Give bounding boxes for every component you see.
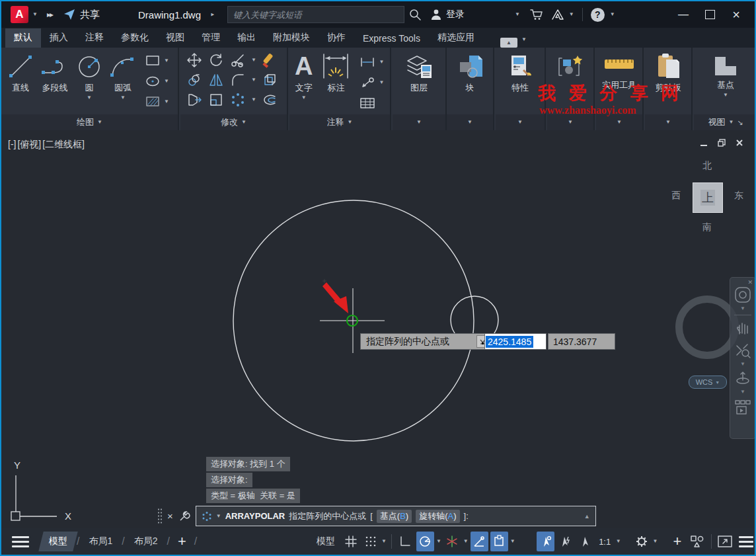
tab-model[interactable]: 模型 bbox=[38, 532, 77, 551]
tab-view[interactable]: 视图 bbox=[157, 28, 193, 48]
new-layout-button[interactable]: + bbox=[171, 535, 193, 548]
offset-button[interactable] bbox=[261, 92, 278, 108]
viewcube-south[interactable]: 南 bbox=[702, 221, 712, 233]
arc-flyout-icon[interactable]: ▼ bbox=[120, 95, 126, 100]
array-flyout-icon[interactable]: ▼ bbox=[251, 97, 256, 102]
zoom-caret-icon[interactable]: ▼ bbox=[740, 362, 745, 367]
ribbon-collapse-button[interactable]: ▲ bbox=[500, 38, 517, 48]
grid-display-button[interactable] bbox=[342, 532, 359, 551]
ribbon-collapse-caret-icon[interactable]: ▼ bbox=[521, 37, 527, 42]
cmdline-close-icon[interactable]: × bbox=[167, 510, 173, 522]
nav-wheel-caret-icon[interactable]: ▼ bbox=[740, 306, 745, 311]
table-button[interactable] bbox=[359, 95, 376, 111]
viewcube-east[interactable]: 东 bbox=[734, 190, 743, 202]
doc-close-icon[interactable] bbox=[735, 138, 744, 147]
osnap-caret-icon[interactable]: ▼ bbox=[510, 539, 515, 544]
base-button[interactable]: 基点 ▼ bbox=[694, 54, 756, 98]
viewport-control[interactable]: [-] bbox=[8, 139, 16, 151]
panel-title-clipboard[interactable]: ▼ bbox=[645, 114, 691, 130]
group-button[interactable] bbox=[547, 53, 593, 81]
viewport-view-control[interactable]: [俯视] bbox=[17, 139, 41, 151]
orbit-icon[interactable] bbox=[734, 370, 751, 387]
object-snap-button[interactable] bbox=[490, 532, 508, 551]
layout-menu-icon[interactable] bbox=[12, 536, 29, 547]
tab-default[interactable]: 默认 bbox=[5, 28, 41, 48]
array-button[interactable] bbox=[229, 92, 246, 108]
panel-launcher-icon[interactable]: ↘ bbox=[737, 118, 743, 127]
showmotion-icon[interactable] bbox=[734, 399, 752, 416]
tab-express-tools[interactable]: Express Tools bbox=[354, 30, 429, 48]
cmdline-tools-icon[interactable] bbox=[178, 510, 190, 522]
annotation-autoscale-button[interactable] bbox=[556, 532, 574, 551]
polar-caret-icon[interactable]: ▼ bbox=[436, 539, 441, 544]
viewcube-top-face[interactable]: 上 bbox=[693, 182, 723, 213]
dynamic-input-y-field[interactable]: 1437.3677 bbox=[548, 333, 615, 350]
dimension-button[interactable]: 标注 bbox=[319, 52, 352, 111]
annotation-scale-button[interactable] bbox=[576, 532, 594, 551]
mirror-button[interactable] bbox=[208, 72, 225, 88]
scale-caret-icon[interactable]: ▼ bbox=[616, 539, 621, 544]
dim-linear-flyout-icon[interactable]: ▼ bbox=[379, 60, 384, 65]
autodesk-caret-icon[interactable]: ▼ bbox=[569, 12, 574, 17]
option-basepoint[interactable]: 基点(B) bbox=[377, 510, 412, 523]
viewcube-north[interactable]: 北 bbox=[702, 160, 712, 172]
hatch-flyout-icon[interactable]: ▼ bbox=[164, 99, 169, 104]
snap-mode-button[interactable] bbox=[361, 532, 379, 551]
maximize-button[interactable] bbox=[697, 5, 723, 24]
panel-title-draw[interactable]: 绘图▼ bbox=[1, 114, 178, 130]
line-button[interactable]: 直线 bbox=[7, 53, 34, 110]
tab-insert[interactable]: 插入 bbox=[41, 28, 77, 48]
search-icon[interactable] bbox=[408, 8, 422, 21]
isodraft-caret-icon[interactable]: ▼ bbox=[463, 539, 469, 544]
user-icon[interactable] bbox=[430, 8, 443, 21]
arc-button[interactable]: 圆弧 ▼ bbox=[108, 53, 137, 110]
orbit-caret-icon[interactable]: ▼ bbox=[740, 389, 745, 395]
cmd-recent-caret-icon[interactable]: ▼ bbox=[216, 514, 221, 519]
customization-menu-icon[interactable] bbox=[739, 536, 753, 547]
scale-button[interactable] bbox=[208, 92, 225, 108]
leader-button[interactable] bbox=[359, 75, 376, 91]
signin-button[interactable]: 登录 bbox=[446, 9, 465, 20]
model-space-button[interactable]: 模型 bbox=[312, 532, 340, 551]
autodesk-logo-icon[interactable] bbox=[550, 8, 565, 21]
minimize-button[interactable]: — bbox=[670, 5, 697, 24]
workspace-caret-icon[interactable]: ▼ bbox=[653, 539, 658, 544]
erase-button[interactable] bbox=[261, 52, 278, 68]
help-icon[interactable]: ? bbox=[591, 8, 605, 22]
viewport-visualstyle-control[interactable]: [二维线框] bbox=[42, 139, 85, 151]
annotation-visibility-button[interactable] bbox=[537, 532, 554, 551]
trim-flyout-icon[interactable]: ▼ bbox=[251, 58, 256, 63]
fillet-button[interactable] bbox=[229, 72, 246, 88]
title-caret-icon[interactable]: ▼ bbox=[210, 12, 215, 17]
share-icon[interactable] bbox=[63, 8, 76, 21]
leader-flyout-icon[interactable]: ▼ bbox=[379, 80, 384, 85]
object-snap-tracking-button[interactable] bbox=[471, 532, 488, 551]
help-caret-icon[interactable]: ▼ bbox=[610, 12, 615, 17]
tab-parametric[interactable]: 参数化 bbox=[112, 28, 157, 48]
dynamic-input-x-field[interactable]: 2425.1485 bbox=[484, 333, 547, 350]
fillet-flyout-icon[interactable]: ▼ bbox=[251, 77, 256, 83]
rotate-button[interactable] bbox=[208, 52, 225, 68]
isodraft-button[interactable] bbox=[443, 532, 461, 551]
viewcube-west[interactable]: 西 bbox=[671, 190, 681, 202]
panel-title-properties[interactable]: ▼ bbox=[496, 114, 545, 130]
tab-addins[interactable]: 附加模块 bbox=[264, 28, 319, 48]
hatch-button[interactable] bbox=[144, 94, 161, 110]
snap-caret-icon[interactable]: ▼ bbox=[381, 539, 387, 544]
ortho-button[interactable] bbox=[397, 532, 414, 551]
layer-properties-button[interactable]: 图层 bbox=[393, 53, 445, 94]
pan-icon[interactable] bbox=[734, 319, 751, 337]
rectangle-button[interactable] bbox=[144, 53, 161, 69]
close-button[interactable]: × bbox=[723, 5, 749, 24]
isolate-objects-button[interactable] bbox=[689, 532, 706, 551]
plus-button[interactable]: + bbox=[669, 532, 687, 551]
insert-block-button[interactable]: 块 bbox=[447, 53, 493, 94]
dim-linear-button[interactable] bbox=[359, 54, 376, 70]
command-input[interactable]: ▼ ARRAYPOLAR 指定阵列的中心点或 [ 基点(B) 旋转轴(A) ]:… bbox=[196, 506, 596, 526]
panel-title-view[interactable]: 视图▼ ↘ bbox=[694, 114, 756, 130]
panel-title-block[interactable]: ▼ bbox=[447, 114, 493, 130]
polar-tracking-button[interactable] bbox=[416, 532, 434, 551]
panel-title-utilities[interactable]: ▼ bbox=[596, 114, 642, 130]
move-button[interactable] bbox=[186, 52, 203, 68]
stretch-button[interactable] bbox=[186, 92, 203, 108]
